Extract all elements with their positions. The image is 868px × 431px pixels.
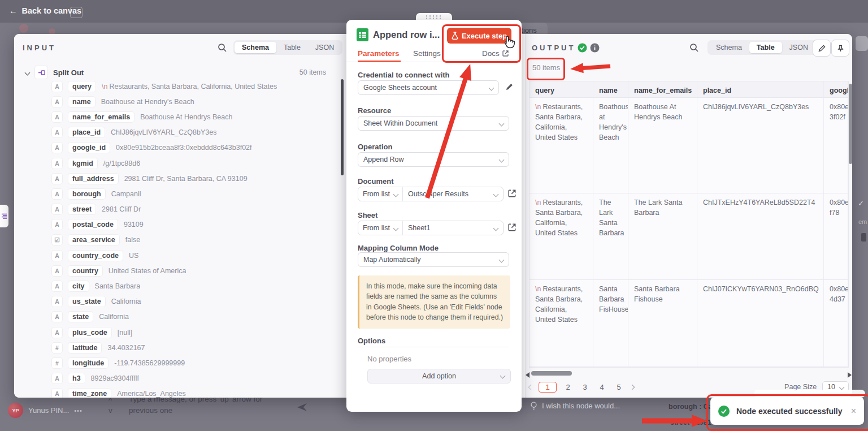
field-name[interactable]: country_code bbox=[68, 251, 123, 261]
field-name[interactable]: plus_code bbox=[68, 327, 111, 338]
info-icon[interactable] bbox=[590, 43, 600, 53]
table-cell[interactable]: Santa Barbara FisHouse bbox=[593, 280, 628, 367]
table-cell[interactable]: 0x80e94d37 bbox=[824, 280, 848, 367]
scroll-left-arrow[interactable] bbox=[526, 372, 530, 378]
tab-input-table[interactable]: Table bbox=[276, 42, 308, 53]
tab-output-table[interactable]: Table bbox=[749, 42, 782, 53]
chevron-down-icon[interactable] bbox=[25, 70, 31, 75]
schema-field-row[interactable]: Acountry_codeUS bbox=[14, 248, 349, 263]
column-header[interactable]: name_for_emails bbox=[628, 81, 697, 98]
schema-field-row[interactable]: Aname_for_emailsBoathouse At Hendrys Bea… bbox=[14, 109, 349, 124]
column-header[interactable]: name bbox=[593, 81, 628, 98]
table-cell[interactable]: ChIJTxEHzY4T6YAReL8d5SD22T4 bbox=[697, 193, 824, 280]
page-3[interactable]: 3 bbox=[579, 383, 591, 391]
field-name[interactable]: place_id bbox=[68, 127, 105, 137]
document-select[interactable]: From list Outscraper Results bbox=[358, 187, 504, 201]
schema-field-row[interactable]: Atime_zoneAmerica/Los_Angeles bbox=[14, 386, 349, 398]
schema-field-row[interactable]: Agoogle_id0x80e915b2bceaa8f3:0xebddd8c64… bbox=[14, 140, 349, 156]
schema-field-row[interactable]: Ah38929ac9304fffff bbox=[14, 371, 349, 386]
table-cell[interactable]: ChIJ07ICKYwT6YARN03_RnO6dBQ bbox=[697, 280, 824, 367]
table-cell[interactable]: Boathouse At Hendrys Beach bbox=[628, 98, 697, 193]
document-mode[interactable]: From list bbox=[358, 187, 403, 201]
search-icon[interactable] bbox=[218, 43, 227, 53]
tab-parameters[interactable]: Parameters bbox=[358, 49, 400, 58]
user-menu-dots-icon[interactable]: ••• bbox=[74, 407, 83, 414]
column-header[interactable]: google_id bbox=[824, 81, 848, 98]
tab-input-json[interactable]: JSON bbox=[308, 42, 341, 53]
resource-select[interactable]: Sheet Within Document bbox=[358, 116, 509, 131]
sheet-mode[interactable]: From list bbox=[358, 221, 403, 235]
source-node-row[interactable]: Split Out 50 items bbox=[25, 65, 337, 80]
execute-step-button[interactable]: Execute step bbox=[447, 28, 511, 44]
schema-field-row[interactable]: Aplus_code[null] bbox=[14, 325, 349, 340]
schema-field-row[interactable]: Astreet2981 Cliff Dr bbox=[14, 202, 349, 217]
table-cell[interactable]: Boathouse at Hendry's Beach bbox=[593, 98, 628, 193]
table-cell[interactable]: 0x80e93f02f bbox=[824, 98, 848, 193]
column-header[interactable]: query bbox=[530, 81, 593, 98]
field-name[interactable]: borough bbox=[68, 189, 105, 199]
table-cell[interactable]: \nRestaurants, Santa Barbara, California… bbox=[530, 280, 593, 367]
field-name[interactable]: kgmid bbox=[68, 158, 97, 169]
page-5[interactable]: 5 bbox=[613, 383, 624, 391]
add-option-button[interactable]: Add option bbox=[367, 369, 511, 383]
node-feedback-link[interactable]: I wish this node would... bbox=[530, 402, 620, 410]
table-cell[interactable]: The Lark Santa Barbara bbox=[593, 193, 628, 280]
schema-field-row[interactable]: Akgmid/g/1tpc88d6 bbox=[14, 156, 349, 171]
mapping-mode-select[interactable]: Map Automatically bbox=[358, 252, 509, 267]
page-2[interactable]: 2 bbox=[562, 383, 574, 391]
sheet-value[interactable]: Sheet1 bbox=[403, 221, 503, 235]
table-cell[interactable]: Santa Barbara Fishouse bbox=[628, 280, 697, 367]
open-document-icon[interactable] bbox=[508, 189, 516, 197]
field-name[interactable]: google_id bbox=[68, 143, 110, 153]
tab-input-schema[interactable]: Schema bbox=[235, 42, 276, 53]
field-name[interactable]: city bbox=[68, 281, 89, 291]
field-name[interactable]: postal_code bbox=[68, 219, 118, 230]
field-name[interactable]: full_address bbox=[68, 174, 118, 184]
schema-field-row[interactable]: AcountryUnited States of America bbox=[14, 263, 349, 278]
field-name[interactable]: us_state bbox=[68, 296, 105, 307]
node-title[interactable]: Append row i... bbox=[373, 29, 440, 40]
toast-close-icon[interactable]: × bbox=[851, 406, 856, 416]
field-name[interactable]: longitude bbox=[68, 358, 108, 368]
page-4[interactable]: 4 bbox=[596, 383, 607, 391]
tab-output-json[interactable]: JSON bbox=[782, 42, 815, 53]
document-value[interactable]: Outscraper Results bbox=[403, 187, 503, 201]
schema-field-row[interactable]: #longitude-119.74385629999999 bbox=[14, 355, 349, 370]
operation-select[interactable]: Append Row bbox=[358, 152, 509, 167]
open-sheet-icon[interactable] bbox=[508, 223, 516, 231]
search-icon[interactable] bbox=[689, 43, 699, 53]
table-cell[interactable]: \nRestaurants, Santa Barbara, California… bbox=[530, 98, 593, 193]
field-name[interactable]: name bbox=[68, 97, 95, 107]
table-cell[interactable]: ChIJ86jqvLIV6YARL_CzQ8bY3es bbox=[697, 98, 824, 193]
scroll-right-arrow[interactable] bbox=[848, 372, 852, 378]
field-name[interactable]: area_service bbox=[68, 235, 119, 245]
credential-select[interactable]: Google Sheets account bbox=[358, 80, 499, 95]
schema-field-row[interactable]: Aplace_idChIJ86jqvLIV6YARL_CzQ8bY3es bbox=[14, 125, 349, 140]
table-cell[interactable]: \nRestaurants, Santa Barbara, California… bbox=[530, 193, 593, 280]
field-name[interactable]: state bbox=[68, 312, 93, 322]
schema-field-row[interactable]: Afull_address2981 Cliff Dr, Santa Barbar… bbox=[14, 171, 349, 186]
column-header[interactable]: place_id bbox=[697, 81, 824, 98]
field-name[interactable]: latitude bbox=[68, 343, 101, 353]
field-name[interactable]: time_zone bbox=[68, 389, 111, 398]
input-scrollbar[interactable] bbox=[341, 79, 344, 175]
pin-data-button[interactable] bbox=[831, 40, 849, 57]
tab-output-schema[interactable]: Schema bbox=[709, 42, 749, 53]
field-name[interactable]: query bbox=[68, 81, 96, 92]
edit-credential-icon[interactable] bbox=[505, 83, 514, 91]
schema-field-row[interactable]: AstateCalifornia bbox=[14, 309, 349, 325]
schema-field-row[interactable]: AcitySanta Barbara bbox=[14, 278, 349, 294]
schema-field-row[interactable]: Aquery\nRestaurants, Santa Barbara, Cali… bbox=[14, 79, 349, 94]
tab-docs[interactable]: Docs bbox=[482, 49, 509, 58]
sheet-select[interactable]: From list Sheet1 bbox=[358, 221, 504, 235]
log-panel-toggle[interactable] bbox=[0, 205, 8, 227]
next-page-icon[interactable] bbox=[630, 384, 635, 390]
schema-field-row[interactable]: AboroughCampanil bbox=[14, 186, 349, 201]
table-cell[interactable]: 0x80e9f78 bbox=[824, 193, 848, 280]
field-name[interactable]: street bbox=[68, 204, 96, 214]
output-horizontal-scrollbar[interactable] bbox=[531, 371, 572, 376]
user-menu[interactable]: YP Yunus PIN... ••• bbox=[8, 403, 83, 418]
field-name[interactable]: name_for_emails bbox=[68, 112, 134, 122]
schema-field-row[interactable]: #latitude34.4032167 bbox=[14, 340, 349, 355]
schema-field-row[interactable]: ☑area_servicefalse bbox=[14, 232, 349, 248]
